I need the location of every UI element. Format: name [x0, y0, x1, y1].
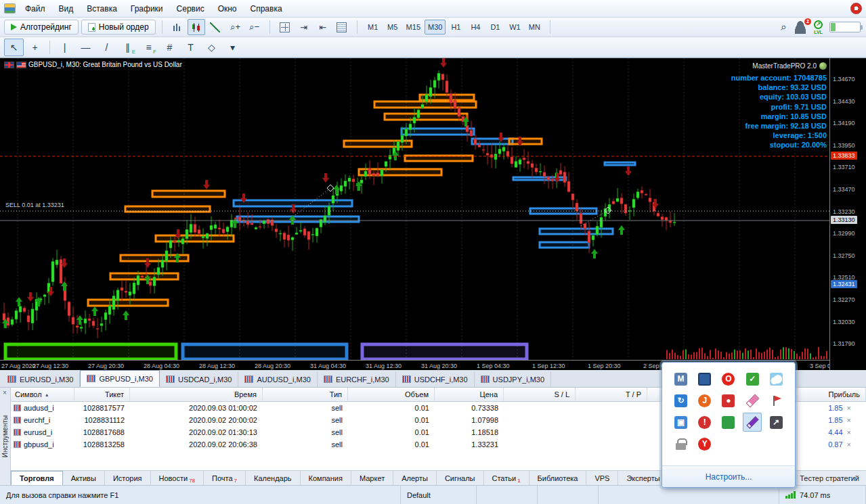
tray-cell[interactable]: O [719, 369, 738, 388]
toolbox-tab-новости[interactable]: Новости78 [151, 471, 204, 485]
cursor-tool[interactable]: ↖ [4, 39, 24, 56]
timeframe-h4[interactable]: H4 [466, 20, 485, 35]
chart-tab-eurchf_i[interactable]: EURCHF_i,M30 [318, 371, 396, 387]
strategy-tester-tab[interactable]: Тестер стратегий [800, 474, 859, 482]
chart-window[interactable]: GBPUSD_i, M30: Great Britain Pound vs US… [0, 58, 866, 370]
tray-cell[interactable]: M [672, 369, 691, 388]
line-chart-icon[interactable] [207, 19, 224, 35]
toolbox-tab-почта[interactable]: Почта7 [204, 471, 246, 485]
alert-icon[interactable]: ! [698, 416, 711, 429]
column-header-1[interactable]: Символ▲ [11, 388, 74, 401]
lvl-indicator[interactable]: ↗ LVL [814, 20, 823, 35]
record-icon[interactable]: ● [722, 394, 735, 407]
close-position-icon[interactable]: × [847, 440, 851, 449]
fibonacci-tool[interactable]: ≡F [139, 39, 158, 56]
tray-cell[interactable] [766, 391, 785, 410]
text-tool[interactable]: T [181, 39, 200, 56]
objects-dropdown[interactable]: ▾ [223, 39, 242, 56]
sync-icon[interactable]: ↻ [674, 394, 687, 407]
share-icon[interactable]: ↗ [770, 416, 783, 429]
chart-tab-usdcad_i[interactable]: USDCAD_i,M30 [160, 371, 238, 387]
zoom-in-icon[interactable]: ⌕+ [227, 19, 244, 35]
chart-tab-usdchf_i[interactable]: USDCHF_i,M30 [396, 371, 475, 387]
community-record-icon[interactable] [850, 3, 862, 14]
tray-cell[interactable]: ↻ [672, 391, 691, 410]
opera-icon[interactable]: O [722, 373, 735, 386]
tray-customize-link[interactable]: Настроить... [706, 472, 752, 482]
toolbox-tab-календарь[interactable]: Календарь [246, 471, 301, 485]
algo-trading-button[interactable]: Алготрейдинг [4, 20, 79, 35]
defender-icon[interactable] [722, 416, 735, 429]
tray-cell[interactable] [743, 413, 762, 432]
tray-cell[interactable] [672, 434, 691, 453]
trendline-tool[interactable]: / [97, 39, 116, 56]
community-user-icon[interactable]: 1 [794, 21, 807, 34]
tray-cell[interactable]: ↗ [766, 413, 785, 432]
chart-shift-icon[interactable]: ⇤ [314, 19, 332, 35]
equidistant-channel-tool[interactable]: ∥E [118, 39, 137, 56]
close-position-icon[interactable]: × [847, 416, 851, 424]
timeframe-w1[interactable]: W1 [505, 20, 524, 35]
timeframe-m15[interactable]: M15 [403, 20, 424, 35]
chart-tab-eurusd_i[interactable]: EURUSD_i,M30 [1, 371, 80, 387]
bar-chart-icon[interactable] [169, 19, 186, 35]
tray-cell[interactable]: J [695, 391, 714, 410]
data-window-icon[interactable] [333, 19, 351, 35]
toolbox-tab-активы[interactable]: Активы [63, 471, 105, 485]
toolbox-tab-компания[interactable]: Компания [301, 471, 351, 485]
timeframe-m5[interactable]: M5 [383, 20, 402, 35]
yandex-icon[interactable]: Y [698, 438, 711, 451]
menu-item-6[interactable]: Окно [211, 1, 244, 16]
column-header-7[interactable]: S / L [504, 388, 576, 401]
eraser-icon[interactable] [746, 394, 759, 407]
cloud-icon[interactable] [770, 373, 783, 386]
menu-item-4[interactable]: Графики [124, 1, 170, 16]
horizontal-line-tool[interactable]: — [76, 39, 95, 56]
search-icon[interactable]: ⌕ [781, 21, 787, 33]
auto-scroll-icon[interactable]: ⇥ [295, 19, 313, 35]
menu-item-7[interactable]: Справка [244, 1, 289, 16]
tray-cell[interactable]: Y [695, 434, 714, 453]
tray-cell[interactable] [719, 413, 738, 432]
tray-cell[interactable] [766, 369, 785, 388]
java-icon[interactable]: J [698, 394, 711, 407]
toolbox-tab-статьи[interactable]: Статьи1 [484, 471, 529, 485]
menu-item-2[interactable]: Вид [52, 1, 81, 16]
timeframe-m30[interactable]: M30 [425, 20, 446, 35]
menu-item-1[interactable]: Файл [18, 1, 52, 16]
timeframe-h1[interactable]: H1 [446, 20, 465, 35]
timeframe-m1[interactable]: M1 [364, 20, 383, 35]
toolbox-rail-label[interactable]: Инструменты [1, 415, 9, 457]
timeframe-mn[interactable]: MN [525, 20, 544, 35]
tray-cell[interactable]: ● [719, 391, 738, 410]
close-position-icon[interactable]: × [847, 404, 851, 412]
flag-icon[interactable] [770, 394, 783, 407]
column-header-4[interactable]: Тип [263, 388, 348, 401]
toolbox-tab-библиотека[interactable]: Библиотека [529, 471, 587, 485]
grid-tool[interactable]: # [160, 39, 179, 56]
chart-tab-usdjpy_i[interactable]: USDJPY_i,M30 [475, 371, 551, 387]
monitor-icon[interactable] [698, 373, 711, 386]
chart-tab-gbpusd_i[interactable]: GBPUSD_i,M30 [80, 370, 159, 387]
column-header-8[interactable]: T / P [576, 388, 647, 401]
photos-icon[interactable]: ▣ [674, 416, 687, 429]
toolbox-tab-сигналы[interactable]: Сигналы [437, 471, 484, 485]
profile-selector[interactable]: Default [401, 486, 477, 504]
mt-terminal-icon[interactable]: M [674, 373, 687, 386]
chart-canvas[interactable] [0, 58, 829, 360]
chart-tab-audusd_i[interactable]: AUDUSD_i,M30 [238, 371, 317, 387]
column-header-2[interactable]: Тикет [74, 388, 130, 401]
zoom-out-icon[interactable]: ⌕− [246, 19, 263, 35]
shapes-tool[interactable]: ◇ [202, 39, 221, 56]
menu-item-3[interactable]: Вставка [80, 1, 124, 16]
toolbox-tab-торговля[interactable]: Торговля [11, 471, 63, 485]
connection-status[interactable]: 74.07 ms [779, 486, 866, 504]
toolbox-tab-история[interactable]: История [105, 471, 151, 485]
toolbox-tab-маркет[interactable]: Маркет [351, 471, 393, 485]
tray-cell[interactable] [743, 391, 762, 410]
column-header-6[interactable]: Цена [435, 388, 504, 401]
candlestick-chart-icon[interactable] [188, 19, 205, 35]
timeframe-d1[interactable]: D1 [485, 20, 504, 35]
tray-cell[interactable] [695, 369, 714, 388]
tray-cell[interactable]: ▣ [672, 413, 691, 432]
